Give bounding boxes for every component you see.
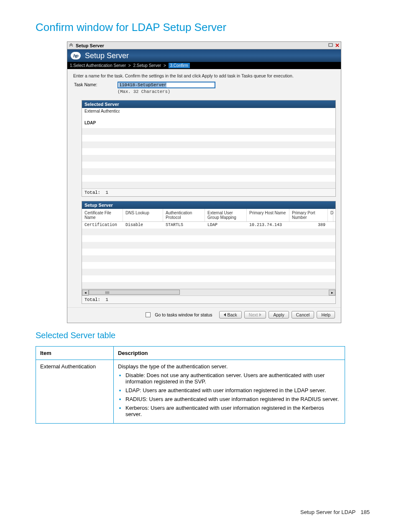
- breadcrumb-step-3: 3.Confirm: [169, 63, 190, 68]
- chevron-up-icon: [68, 43, 74, 49]
- col-d: D: [328, 209, 333, 221]
- selected-server-table: Selected Server External Authentication …: [82, 100, 336, 197]
- setup-server-title: Setup Server: [82, 201, 335, 209]
- close-icon[interactable]: ✕: [334, 43, 340, 49]
- col-description: Description: [114, 347, 345, 360]
- col-dns: DNS Lookup: [123, 209, 163, 221]
- col-eugm: External User Group Mapping: [205, 209, 247, 221]
- total-value: 1: [105, 190, 108, 195]
- task-name-input[interactable]: 110418-SetupServer: [118, 82, 215, 88]
- triangle-right-icon: [259, 313, 261, 316]
- page-footer: Setup Server for LDAP185: [300, 509, 370, 515]
- status-checkbox-label: Go to tasks window for status: [155, 312, 212, 317]
- setup-server-window: Setup Server ✕ hp Setup Server 1.Select …: [67, 41, 341, 323]
- col-auth: Authentication Protocol: [163, 209, 205, 221]
- scroll-left-icon[interactable]: ◂: [82, 290, 89, 296]
- breadcrumb-step-1: 1.Select Authentication Server: [70, 63, 126, 68]
- help-button[interactable]: Help: [317, 311, 335, 319]
- task-name-hint: (Max. 32 Characters): [118, 89, 215, 94]
- description-cell: Displays the type of the authentication …: [114, 360, 345, 424]
- window-header-title: Setup Server: [85, 51, 129, 60]
- back-button[interactable]: Back: [219, 311, 242, 319]
- maximize-icon[interactable]: [327, 43, 333, 49]
- total-value: 1: [105, 297, 108, 302]
- window-header: hp Setup Server: [67, 49, 341, 62]
- next-button[interactable]: Next: [244, 311, 266, 319]
- horizontal-scrollbar[interactable]: ◂ ▸: [82, 289, 335, 296]
- col-cert: Certificate File Name: [82, 209, 123, 221]
- col-host: Primary Host Name: [247, 209, 289, 221]
- table-row: LDAP: [82, 120, 335, 127]
- apply-button[interactable]: Apply: [269, 311, 289, 319]
- titlebar-text: Setup Server: [76, 43, 104, 48]
- svg-rect-0: [329, 44, 332, 46]
- breadcrumb-step-2: 2.Setup Server: [133, 63, 161, 68]
- hp-logo-icon: hp: [71, 52, 81, 59]
- action-bar: Go to tasks window for status Back Next …: [67, 307, 341, 323]
- setup-server-table: Setup Server Certificate File Name DNS L…: [82, 201, 336, 304]
- item-cell: External Authentication: [36, 360, 114, 424]
- selected-server-title: Selected Server: [82, 100, 335, 108]
- status-checkbox[interactable]: [146, 312, 151, 317]
- table-row: Certification Disable STARTLS LDAP 10.21…: [82, 222, 335, 229]
- description-table: Item Description External Authentication…: [36, 346, 345, 424]
- col-port: Primary Port Number: [289, 209, 328, 221]
- total-label: Total:: [84, 297, 100, 302]
- triangle-left-icon: [224, 313, 226, 316]
- col-item: Item: [36, 347, 114, 360]
- subsection-title: Selected Server table: [36, 331, 370, 340]
- instruction-text: Enter a name for the task. Confirm the s…: [73, 73, 335, 78]
- table-row: External Authentication: [82, 108, 335, 120]
- window-titlebar: Setup Server ✕: [67, 42, 341, 49]
- scroll-right-icon[interactable]: ▸: [329, 290, 335, 296]
- table-row: External Authentication Displays the typ…: [36, 360, 345, 424]
- page-title: Confirm window for LDAP Setup Server: [36, 21, 370, 34]
- task-name-label: Task Name:: [74, 82, 118, 87]
- breadcrumb: 1.Select Authentication Server > 2.Setup…: [67, 62, 341, 69]
- total-label: Total:: [84, 190, 100, 195]
- cancel-button[interactable]: Cancel: [292, 311, 315, 319]
